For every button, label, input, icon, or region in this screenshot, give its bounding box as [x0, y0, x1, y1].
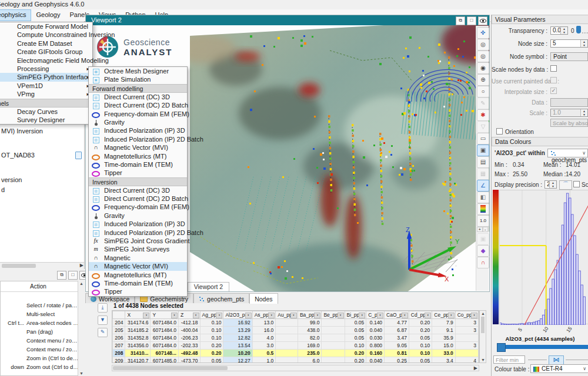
cell-cao_pct[interactable]: 6.87 [385, 327, 409, 334]
filter-icon[interactable]: ▾ [290, 313, 297, 318]
controls-row[interactable]: Multi-select [1, 311, 79, 320]
cell-bi_ppm[interactable]: 0.05 [345, 319, 366, 327]
cell-y[interactable]: 607148... [151, 350, 178, 357]
scale-nodes-checkbox[interactable] [550, 65, 557, 72]
menu-item-frequency-domain-em-fem-[interactable]: Frequency-domain EM (FEM) [89, 110, 187, 118]
cell-cao_pct[interactable]: 3.47 [385, 334, 409, 342]
cell-y[interactable]: 6071484.0 [151, 319, 178, 327]
column-header-be_ppm[interactable]: Be_ppm▾ [322, 311, 345, 319]
table-row[interactable]: 206314352.86071484.0-206.230.1012.824.08… [113, 334, 479, 342]
scroll-up-icon[interactable]: ▲ [481, 311, 485, 315]
filter-icon[interactable]: ▾ [245, 313, 252, 318]
cell-ce_ppm[interactable]: 7.9 [432, 319, 455, 327]
range-slider-bar[interactable] [499, 345, 588, 349]
cell-x[interactable]: 314120.7 [125, 357, 151, 364]
filter-icon[interactable]: ▾ [377, 313, 383, 318]
centre-on-node-icon[interactable]: ◉ [477, 62, 489, 74]
magnet-icon[interactable]: ∩ [477, 257, 489, 268]
menu-item-gravity[interactable]: Gravity [89, 212, 187, 220]
cell-x[interactable]: 314174.6 [125, 319, 151, 327]
cell-ce_ppm[interactable]: 35.9 [432, 334, 455, 342]
cell-ba_ppm[interactable]: 438.0 [298, 327, 322, 334]
viewport-tab[interactable]: Viewport 2 [188, 282, 229, 291]
menu-item-magnetotellurics-mt-[interactable]: Magnetotellurics (MT) [89, 152, 187, 160]
cell-ag_ppm[interactable]: 0.10 [200, 334, 223, 342]
column-header-ag_ppm[interactable]: Ag_ppm▾ [200, 311, 223, 319]
cell-al2o3_pct[interactable]: 13.54 [223, 342, 252, 350]
cell-cd_ppm[interactable]: 0.05 [409, 357, 432, 364]
filter-icon[interactable]: ▾ [171, 313, 178, 318]
filter-icon[interactable]: ▾ [402, 313, 408, 318]
menu-item-gravity[interactable]: Gravity [89, 118, 187, 126]
transparency-spinbox[interactable]: 0.0▲▼ [550, 26, 568, 35]
cell-ba_ppm[interactable]: 82.0 [298, 334, 322, 342]
menu-item-create-giftools-group[interactable]: Create GIFtools Group [0, 48, 92, 56]
cell-be_ppm[interactable] [322, 327, 345, 334]
visual-parameters-title[interactable]: Visual Parameters [492, 15, 588, 24]
menu-item-simpeg-joint-cross-gradient[interactable]: fxSimPEG Joint Cross Gradient [89, 237, 187, 245]
scientific-checkbox[interactable] [573, 181, 580, 187]
cell-z[interactable]: -473.70 [178, 357, 200, 364]
controls-table-header[interactable]: Action [1, 281, 79, 292]
column-header-cd_ppm[interactable]: Cd_ppm▾ [409, 311, 432, 319]
cell-ce_ppm[interactable]: 15.0 [432, 342, 455, 350]
scrollbar-thumb[interactable] [2, 264, 36, 268]
tree-item[interactable]: MVI) Inversion [1, 127, 43, 135]
menu-item-direct-current-dc-2d-batch[interactable]: ▨Direct Current (DC) 2D Batch [89, 101, 187, 109]
tree-item[interactable]: OT_NAD83 [1, 152, 35, 159]
row-number[interactable]: 205 [113, 327, 125, 334]
cell-bi_ppm[interactable]: 0.20 [345, 350, 366, 357]
cell-co_ppm[interactable]: 4 [455, 357, 478, 364]
controls-row[interactable]: Context menu / zoom (drag) [1, 337, 79, 346]
row-number[interactable]: 206 [113, 334, 125, 342]
row-number[interactable]: 209 [113, 357, 125, 364]
dock-tab-nodes[interactable]: Nodes [249, 293, 278, 304]
histogram-plot[interactable] [499, 190, 588, 324]
cell-x[interactable]: 314352.8 [125, 334, 151, 342]
column-header-as_ppm[interactable]: As_ppm▾ [252, 311, 276, 319]
nodes-table[interactable]: X▾Y▾Z▾Ag_ppm▾Al2O3_pct▾As_ppm▾Au_ppb▾Ba_… [112, 310, 479, 363]
cell-bi_ppm[interactable]: 0.05 [345, 334, 366, 342]
filter-icon[interactable]: ▾ [471, 313, 477, 318]
cell-as_ppm[interactable]: 1.0 [252, 357, 276, 364]
menu-item-simpeg-python-interface[interactable]: SimPEG Python Interface▸ [0, 73, 92, 81]
column-header-c_pct[interactable]: C_pct▾ [366, 311, 385, 319]
cell-y[interactable]: 6071484.0 [151, 327, 178, 334]
menu-item-magnetic-vector-mvi-[interactable]: ∩Magnetic Vector (MVI) [89, 262, 187, 270]
column-header-al2o3_pct[interactable]: Al2O3_pct▾ [223, 311, 252, 319]
row-number[interactable]: 208 [113, 350, 125, 357]
cell-au_ppb[interactable] [276, 319, 298, 327]
cell-as_ppm[interactable]: 3.0 [252, 342, 276, 350]
cell-ba_ppm[interactable]: 6.0 [298, 357, 322, 364]
filter-icon[interactable]: ▾ [143, 313, 149, 318]
menubar-item-geophysics[interactable]: Geophysics [0, 9, 31, 21]
column-header-cao_pct[interactable]: CaO_pct▾ [385, 311, 409, 319]
controls-row[interactable]: Select / rotate / pan (map vi... [1, 302, 79, 311]
cell-ag_ppm[interactable]: 0.20 [200, 350, 223, 357]
cell-z[interactable]: -400.04 [178, 327, 200, 334]
scroll-right-icon[interactable]: ▶ [80, 263, 83, 268]
float-button[interactable]: ⧉ [456, 16, 465, 25]
scrollbar-thumb[interactable] [481, 317, 485, 333]
tree-item[interactable]: d [1, 186, 5, 193]
cell-c_pct[interactable]: 0.040 [366, 357, 385, 364]
maximize-button[interactable]: □ [68, 271, 78, 280]
controls-row[interactable]: Ctrl t...Area-select nodes (drag) [1, 320, 79, 328]
scroll-down-icon[interactable]: ▼ [79, 371, 83, 375]
cell-co_ppm[interactable] [455, 334, 478, 342]
menu-item-time-domain-em-tem-[interactable]: Time-domain EM (TEM) [89, 160, 187, 169]
visibility-eye-button[interactable] [478, 16, 487, 25]
data-colours-title[interactable]: Data Colours [492, 137, 588, 146]
controls-row[interactable] [1, 293, 79, 302]
box-3d-icon[interactable]: ▭ [477, 133, 489, 145]
reset-ramp-icon[interactable]: ⌒ [559, 180, 572, 190]
target-icon[interactable]: ⊕ [477, 74, 489, 86]
table-row[interactable]: 204314174.66071484.0-412.180.1016.9213.0… [113, 319, 479, 327]
filter-icon[interactable]: ▾ [338, 313, 344, 318]
colorbar-icon[interactable] [477, 203, 489, 215]
table-row[interactable]: 207314356.06071484.0-202.330.2013.543.01… [113, 342, 479, 350]
controls-row[interactable]: Pan (drag) [1, 328, 79, 337]
menu-item-magnetic[interactable]: ∩Magnetic [89, 254, 187, 262]
cell-au_ppb[interactable] [276, 342, 298, 350]
float-button[interactable]: ⧉ [57, 271, 66, 280]
